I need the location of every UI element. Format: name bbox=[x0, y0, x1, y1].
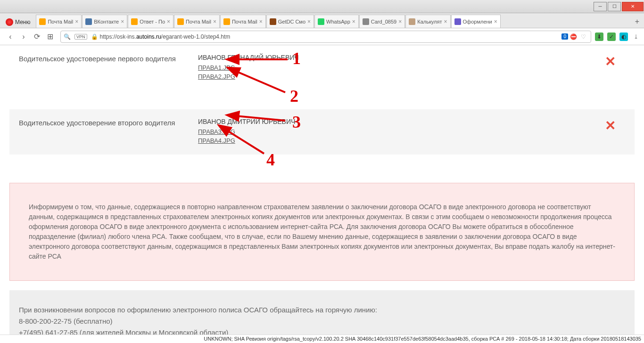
page-content: Водительское удостоверение первого водит… bbox=[0, 45, 644, 343]
menu-label: Меню bbox=[15, 19, 30, 25]
tab-close-icon[interactable]: × bbox=[307, 18, 311, 25]
heart-icon[interactable]: ♡ bbox=[581, 33, 586, 40]
tab-favicon bbox=[454, 18, 461, 25]
status-bar: UNKNOWN; SHA Ревизия origin/tags/rsa_tco… bbox=[0, 335, 644, 343]
window-titlebar: ─ ☐ ✕ bbox=[0, 0, 644, 13]
tab-label: Оформлени bbox=[463, 19, 492, 24]
tab-label: Card_0859 bbox=[371, 19, 396, 24]
window-minimize-button[interactable]: ─ bbox=[594, 2, 607, 11]
tab-close-icon[interactable]: × bbox=[398, 18, 402, 25]
tab-favicon bbox=[318, 18, 324, 25]
tab-favicon bbox=[363, 18, 369, 25]
tab-favicon bbox=[39, 18, 46, 25]
tab-favicon bbox=[85, 18, 92, 25]
driver-one-file-1[interactable]: ПРАВА1.JPG bbox=[198, 64, 595, 71]
driver-one-name: ИВАНОВ ГЕННАДИЙ ЮРЬЕВИЧ bbox=[198, 54, 595, 61]
tab-label: WhatsApp bbox=[326, 19, 350, 24]
tab-favicon bbox=[270, 18, 276, 25]
blocked-count-badge[interactable]: 0 bbox=[561, 33, 568, 40]
vpn-badge: VPN bbox=[74, 34, 87, 40]
driver-one-file-2[interactable]: ПРАВА2.JPG bbox=[198, 73, 595, 80]
nav-forward-button[interactable]: › bbox=[18, 31, 29, 42]
driver-two-label: Водительское удостоверение второго водит… bbox=[19, 118, 198, 146]
driver-two-file-1[interactable]: ПРАВА3.JPG bbox=[198, 128, 595, 135]
browser-tab-6[interactable]: WhatsApp× bbox=[314, 15, 359, 28]
tab-label: Почта Mail bbox=[48, 19, 73, 24]
extension-icon-2[interactable]: ✓ bbox=[607, 33, 616, 41]
window-close-button[interactable]: ✕ bbox=[622, 2, 644, 11]
tab-label: Калькулят bbox=[417, 19, 442, 24]
tab-favicon bbox=[131, 18, 138, 25]
tab-label: Ответ - По bbox=[140, 19, 165, 24]
tab-close-icon[interactable]: × bbox=[494, 18, 497, 25]
driver-one-label: Водительское удостоверение первого водит… bbox=[19, 54, 198, 82]
tab-favicon bbox=[177, 18, 184, 25]
browser-tab-7[interactable]: Card_0859× bbox=[359, 15, 405, 28]
tab-label: Почта Mail bbox=[232, 19, 257, 24]
tab-close-icon[interactable]: × bbox=[352, 18, 355, 25]
driver-two-name: ИВАНОВ ДМИТРИЙ ЮРЬЕВИЧ bbox=[198, 118, 595, 125]
stop-icon[interactable]: ⛔ bbox=[570, 33, 577, 40]
url-text: https://osk-ins.autoins.ru/egarant-web-1… bbox=[100, 33, 562, 40]
driver-two-remove-button[interactable]: ✕ bbox=[595, 118, 625, 146]
error-message-text: Информируем о том, что данные, содержащи… bbox=[29, 202, 615, 261]
nav-home-button[interactable]: ⊞ bbox=[44, 31, 56, 42]
tab-close-icon[interactable]: × bbox=[213, 18, 216, 25]
browser-tab-0[interactable]: Почта Mail× bbox=[36, 15, 82, 28]
footer-line-1: При возникновении вопросов по оформлению… bbox=[19, 304, 625, 316]
url-input[interactable]: 🔍 VPN 🔒 https://osk-ins.autoins.ru/egara… bbox=[60, 31, 591, 43]
error-message-box: Информируем о том, что данные, содержащи… bbox=[9, 183, 635, 281]
tab-label: ВКонтакте bbox=[94, 19, 119, 24]
window-maximize-button[interactable]: ☐ bbox=[608, 2, 621, 11]
new-tab-button[interactable]: + bbox=[630, 16, 644, 28]
nav-reload-button[interactable]: ⟳ bbox=[31, 31, 42, 42]
tab-close-icon[interactable]: × bbox=[259, 18, 263, 25]
driver-two-file-2[interactable]: ПРАВА4.JPG bbox=[198, 137, 595, 144]
tab-close-icon[interactable]: × bbox=[75, 18, 78, 25]
extension-icon-1[interactable]: ⬇ bbox=[595, 33, 603, 41]
tab-favicon bbox=[223, 18, 230, 25]
tab-close-icon[interactable]: × bbox=[121, 18, 124, 25]
browser-tab-1[interactable]: ВКонтакте× bbox=[82, 15, 127, 28]
opera-logo-icon bbox=[6, 18, 13, 26]
browser-tab-8[interactable]: Калькулят× bbox=[405, 15, 450, 28]
browser-tab-2[interactable]: Ответ - По× bbox=[128, 15, 173, 28]
downloads-icon[interactable]: ⤓ bbox=[632, 33, 640, 41]
browser-tab-9[interactable]: Оформлени× bbox=[451, 15, 501, 28]
tab-label: GetDC Смо bbox=[278, 19, 305, 24]
tab-close-icon[interactable]: × bbox=[167, 18, 170, 25]
tab-close-icon[interactable]: × bbox=[444, 18, 447, 25]
nav-back-button[interactable]: ‹ bbox=[5, 31, 16, 42]
address-bar: ‹ › ⟳ ⊞ 🔍 VPN 🔒 https://osk-ins.autoins.… bbox=[0, 28, 644, 45]
browser-tab-bar: Меню Почта Mail×ВКонтакте×Ответ - По×Поч… bbox=[0, 13, 644, 28]
driver-two-block: Водительское удостоверение второго водит… bbox=[9, 109, 635, 155]
footer-line-2: 8-800-200-22-75 (бесплатно) bbox=[19, 316, 625, 327]
tab-label: Почта Mail bbox=[186, 19, 211, 24]
browser-tab-4[interactable]: Почта Mail× bbox=[220, 15, 266, 28]
extension-icon-3[interactable]: ◐ bbox=[619, 33, 628, 41]
browser-tab-5[interactable]: GetDC Смо× bbox=[266, 15, 314, 28]
tab-favicon bbox=[409, 18, 415, 25]
browser-tab-3[interactable]: Почта Mail× bbox=[174, 15, 220, 28]
opera-menu-button[interactable]: Меню bbox=[2, 16, 34, 28]
lock-icon: 🔒 bbox=[91, 33, 98, 40]
search-icon: 🔍 bbox=[64, 33, 71, 40]
driver-one-remove-button[interactable]: ✕ bbox=[595, 54, 625, 82]
driver-one-block: Водительское удостоверение первого водит… bbox=[9, 45, 635, 90]
